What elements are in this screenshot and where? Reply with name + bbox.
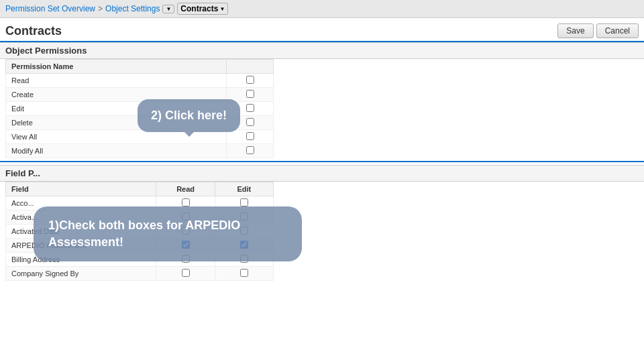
cancel-button[interactable]: Cancel xyxy=(596,23,639,38)
field-read-cell xyxy=(156,267,215,281)
contracts-dropdown-btn[interactable]: Contracts ▼ xyxy=(177,3,228,15)
perm-checkbox-cell xyxy=(227,74,274,88)
field-edit-checkbox[interactable] xyxy=(240,198,248,206)
perm-checkbox[interactable] xyxy=(246,118,254,126)
object-settings-dropdown[interactable]: ▼ xyxy=(162,5,174,13)
field-edit-checkbox[interactable] xyxy=(240,269,248,277)
breadcrumb-permission-set[interactable]: Permission Set Overview xyxy=(5,4,95,13)
perm-name: Read xyxy=(6,74,227,88)
field-edit-cell xyxy=(215,267,273,281)
table-row: View All xyxy=(6,130,274,144)
page-title: Contracts xyxy=(5,24,62,38)
object-permissions-header: Object Permissions xyxy=(0,42,644,59)
table-row: Read xyxy=(6,74,274,88)
divider-blue xyxy=(0,161,644,162)
contracts-dropdown-label: Contracts xyxy=(180,4,218,13)
nav-separator: > xyxy=(98,4,103,13)
perm-checkbox-cell xyxy=(227,144,274,158)
object-permissions-table-wrapper: Permission Name Read Create Edit Delete xyxy=(0,59,644,158)
col-obj-checkbox xyxy=(227,60,274,74)
col-permission-name: Permission Name xyxy=(6,60,227,74)
callout-click-here: 2) Click here! xyxy=(138,99,240,132)
table-row: Company Signed By xyxy=(6,267,274,281)
field-name: Company Signed By xyxy=(6,267,156,281)
field-read-checkbox[interactable] xyxy=(182,269,190,277)
field-permissions-header: Field P... xyxy=(0,165,644,182)
col-field: Field xyxy=(6,182,156,196)
page-header: Contracts Save Cancel xyxy=(0,18,644,42)
field-read-checkbox[interactable] xyxy=(182,198,190,206)
perm-name: Modify All xyxy=(6,144,227,158)
content-area: Object Permissions Permission Name Read … xyxy=(0,42,644,281)
perm-checkbox[interactable] xyxy=(246,90,254,98)
perm-checkbox[interactable] xyxy=(246,146,254,154)
perm-checkbox-cell xyxy=(227,130,274,144)
col-edit: Edit xyxy=(215,182,273,196)
save-button[interactable]: Save xyxy=(557,23,593,38)
top-nav: Permission Set Overview > Object Setting… xyxy=(0,0,644,18)
chevron-down-icon: ▼ xyxy=(166,6,171,12)
breadcrumb-object-settings[interactable]: Object Settings xyxy=(105,4,160,13)
perm-checkbox[interactable] xyxy=(246,132,254,140)
chevron-down-icon-2: ▼ xyxy=(219,6,225,12)
col-read: Read xyxy=(156,182,215,196)
table-row: Modify All xyxy=(6,144,274,158)
header-buttons: Save Cancel xyxy=(557,23,639,38)
perm-checkbox[interactable] xyxy=(246,76,254,84)
callout-check-boxes: 1)Check both boxes for ARPEDIO Assessmen… xyxy=(34,206,302,261)
perm-checkbox[interactable] xyxy=(246,104,254,112)
